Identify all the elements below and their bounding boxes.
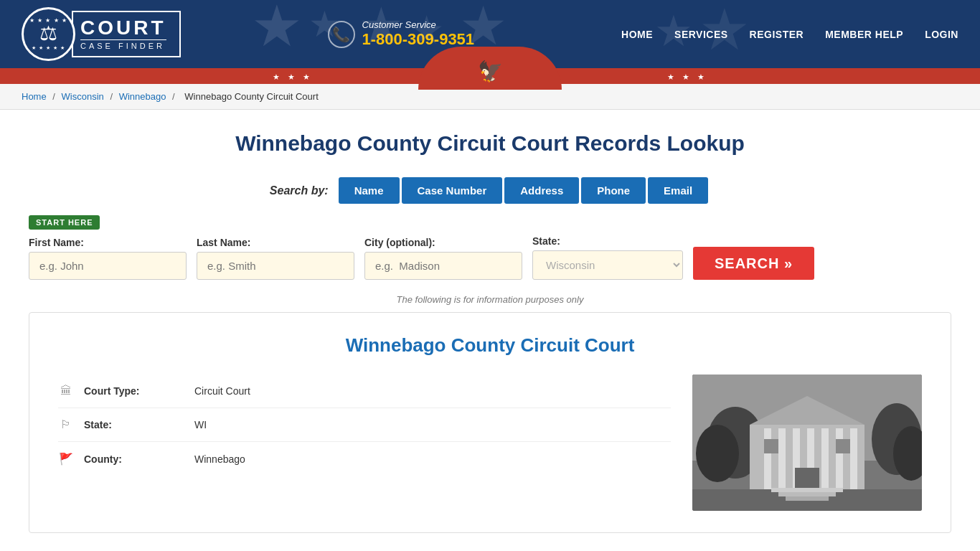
court-type-label: Court Type: [84,385,184,397]
state-select[interactable]: Wisconsin [532,250,683,280]
court-type-value: Circuit Court [194,385,250,397]
breadcrumb-court: Winnebago County Circuit Court [184,91,318,102]
county-label-detail: County: [84,453,184,465]
state-label-detail: State: [84,419,184,430]
svg-rect-21 [786,496,829,501]
tab-case-number[interactable]: Case Number [402,177,503,204]
first-name-input[interactable] [29,252,187,280]
start-here-badge: START HERE [29,215,100,230]
nav-register[interactable]: REGISTER [750,29,804,40]
court-details: 🏛 Court Type: Circuit Court 🏳 State: WI … [58,375,922,511]
search-button[interactable]: SEARCH » [693,247,814,280]
main-nav: HOME SERVICES REGISTER MEMBER HELP LOGIN [621,29,958,40]
search-by-label: Search by: [270,184,329,197]
county-value-detail: Winnebago [194,453,245,465]
city-label: City (optional): [364,237,522,248]
customer-service: 📞 Customer Service 1-800-309-9351 [328,19,475,49]
search-form-area: START HERE First Name: Last Name: City (… [29,215,951,280]
court-info-title: Winnebago County Circuit Court [58,334,922,357]
city-input[interactable] [364,252,522,280]
eagle-arc: 🦅 [418,47,562,90]
nav-home[interactable]: HOME [621,29,653,40]
svg-rect-14 [764,439,778,453]
courthouse-image [692,375,922,511]
breadcrumb-home[interactable]: Home [22,91,47,102]
court-info-box: Winnebago County Circuit Court 🏛 Court T… [29,312,951,533]
last-name-group: Last Name: [197,237,354,280]
svg-rect-11 [836,428,843,489]
customer-service-label: Customer Service [362,19,475,30]
site-logo[interactable]: ★ ★ ★ ★ ★ ⚖ ★ ★ ★ ★ ★ COURT CASE FINDER [22,7,181,61]
state-value-detail: WI [194,419,207,430]
main-content: Winnebago County Circuit Court Records L… [0,110,980,551]
nav-member-help[interactable]: MEMBER HELP [825,29,903,40]
first-name-label: First Name: [29,237,187,248]
svg-rect-15 [836,439,850,453]
search-by-row: Search by: Name Case Number Address Phon… [29,177,951,204]
svg-point-3 [696,425,739,482]
state-flag-icon: 🏳 [58,418,74,431]
svg-rect-19 [771,488,843,492]
nav-services[interactable]: SERVICES [674,29,728,40]
logo-text: COURT CASE FINDER [72,11,181,57]
state-group: State: Wisconsin [532,235,683,280]
court-detail-row-state: 🏳 State: WI [58,408,671,442]
phone-icon: 📞 [328,21,355,48]
svg-rect-12 [850,428,857,489]
first-name-group: First Name: [29,237,187,280]
svg-rect-6 [764,428,771,489]
last-name-input[interactable] [197,252,354,280]
court-details-left: 🏛 Court Type: Circuit Court 🏳 State: WI … [58,375,671,511]
county-flag-icon: 🚩 [58,452,74,466]
eagle-banner: 🦅 ★ ★ ★ ★ ★ ★ [0,68,980,84]
tab-phone[interactable]: Phone [581,177,646,204]
tab-address[interactable]: Address [504,177,579,204]
svg-rect-20 [778,492,836,496]
form-row: First Name: Last Name: City (optional): … [29,235,951,280]
logo-emblem: ★ ★ ★ ★ ★ ⚖ ★ ★ ★ ★ ★ [22,7,75,61]
breadcrumb-county[interactable]: Winnebago [119,91,166,102]
courthouse-icon: 🏛 [58,385,74,397]
eagle-center: 🦅 [418,47,562,90]
tab-name[interactable]: Name [339,177,400,204]
page-title: Winnebago County Circuit Court Records L… [29,131,951,156]
info-note: The following is for information purpose… [29,294,951,305]
svg-rect-10 [821,428,829,489]
court-detail-row-county: 🚩 County: Winnebago [58,442,671,476]
last-name-label: Last Name: [197,237,354,248]
city-group: City (optional): [364,237,522,280]
svg-rect-7 [778,428,786,489]
breadcrumb-state[interactable]: Wisconsin [62,91,104,102]
state-label: State: [532,235,683,247]
nav-login[interactable]: LOGIN [925,29,958,40]
court-detail-row-type: 🏛 Court Type: Circuit Court [58,375,671,408]
tab-email[interactable]: Email [648,177,708,204]
eagle-icon: 🦅 [478,60,503,83]
